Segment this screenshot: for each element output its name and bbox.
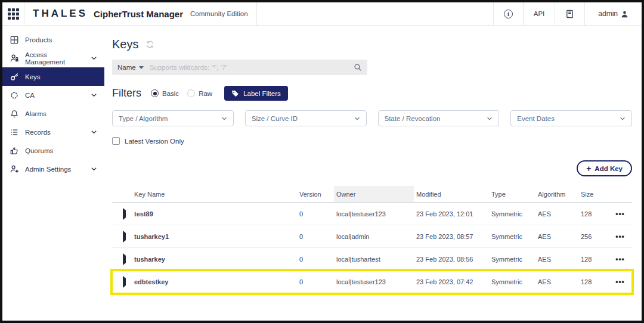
cell-version: 0	[297, 278, 334, 285]
label-filters-button[interactable]: Label Filters	[224, 86, 288, 101]
expand-caret-icon[interactable]	[123, 253, 126, 265]
add-key-button[interactable]: + Add Key	[577, 160, 632, 176]
plus-icon: +	[586, 164, 591, 173]
user-lock-icon	[10, 54, 19, 63]
table-row-highlighted[interactable]: edbtestkey 0 local|testuser123 23 Feb 20…	[112, 271, 632, 293]
cell-key-name[interactable]: test89	[132, 210, 297, 218]
sidebar-item-access-management[interactable]: Access Management	[2, 49, 104, 67]
cell-key-name[interactable]: edbtestkey	[132, 278, 297, 285]
thumbs-up-icon	[10, 146, 19, 156]
radio-unselected-icon	[187, 89, 195, 97]
dropdown-size-curve-id[interactable]: Size / Curve ID	[245, 110, 367, 126]
sidebar-item-quorums[interactable]: Quorums	[2, 141, 104, 160]
dropdown-event-dates[interactable]: Event Dates	[510, 110, 632, 126]
sidebar-item-label: Alarms	[25, 110, 97, 117]
checkbox-icon	[112, 137, 120, 145]
search-input[interactable]	[150, 64, 354, 71]
dropdown-state-revocation[interactable]: State / Revocation	[378, 110, 500, 126]
table-header-row: Key Name Version Owner Modified Type Alg…	[112, 186, 632, 203]
cell-owner: local|tushartest	[334, 256, 414, 263]
col-algorithm[interactable]: Algorithm	[535, 191, 578, 198]
row-actions-menu-icon[interactable]	[608, 255, 632, 263]
user-menu[interactable]: admin	[584, 2, 642, 25]
latest-version-checkbox[interactable]: Latest Version Only	[112, 137, 632, 145]
filter-radio-basic[interactable]: Basic	[151, 89, 179, 97]
top-header: THALES CipherTrust Manager Community Edi…	[2, 2, 642, 26]
sidebar-item-admin-settings[interactable]: Admin Settings	[2, 160, 104, 178]
sidebar-item-label: CA	[25, 92, 85, 99]
latest-version-label: Latest Version Only	[125, 138, 184, 145]
chevron-down-icon	[354, 116, 360, 122]
col-version[interactable]: Version	[297, 191, 334, 198]
sidebar-item-keys[interactable]: Keys	[2, 67, 104, 86]
cell-owner: local|testuser123	[334, 210, 414, 218]
label-filters-text: Label Filters	[243, 90, 281, 97]
sidebar-item-label: Quorums	[25, 147, 97, 154]
sidebar-item-label: Records	[25, 129, 85, 136]
cell-owner: local|admin	[334, 233, 414, 240]
chevron-down-icon	[91, 129, 97, 135]
cell-algorithm: AES	[535, 278, 578, 285]
expand-caret-icon[interactable]	[123, 208, 126, 220]
header-spacer	[257, 2, 493, 25]
cell-type: Symmetric	[489, 278, 535, 285]
search-field-selector[interactable]: Name	[117, 64, 150, 71]
table-row[interactable]: test89 0 local|testuser123 23 Feb 2023, …	[112, 203, 632, 225]
book-icon	[565, 10, 574, 18]
col-key-name[interactable]: Key Name	[132, 191, 297, 198]
row-actions-menu-icon[interactable]	[608, 210, 632, 218]
refresh-button[interactable]	[145, 40, 154, 49]
brand-area: THALES CipherTrust Manager Community Edi…	[24, 2, 257, 25]
table-row[interactable]: tusharkey1 0 local|admin 23 Feb 2023, 08…	[112, 225, 632, 248]
row-actions-menu-icon[interactable]	[608, 232, 632, 241]
col-size[interactable]: Size	[578, 191, 608, 198]
sidebar-item-records[interactable]: Records	[2, 123, 104, 141]
dropdown-label: State / Revocation	[385, 115, 441, 122]
sidebar-item-label: Admin Settings	[25, 166, 85, 173]
cell-modified: 23 Feb 2023, 07:42	[414, 278, 489, 285]
chevron-down-icon	[620, 116, 626, 122]
cell-modified: 23 Feb 2023, 08:57	[414, 233, 489, 240]
tag-icon	[231, 89, 239, 97]
cell-type: Symmetric	[489, 233, 535, 240]
cell-type: Symmetric	[489, 256, 535, 263]
search-icon[interactable]	[354, 63, 362, 72]
bell-icon	[10, 109, 19, 119]
sidebar-item-ca[interactable]: CA	[2, 86, 104, 104]
sidebar-item-label: Access Management	[25, 51, 85, 66]
chevron-down-icon	[91, 92, 97, 98]
filter-radio-raw[interactable]: Raw	[187, 89, 212, 97]
expand-caret-icon[interactable]	[123, 231, 126, 243]
cell-key-name[interactable]: tusharkey	[132, 256, 297, 263]
product-name: CipherTrust Manager	[94, 9, 183, 19]
col-type[interactable]: Type	[489, 191, 535, 198]
app-launcher-button[interactable]	[2, 2, 24, 25]
api-link[interactable]: API	[523, 2, 555, 25]
radio-raw-label: Raw	[199, 90, 212, 97]
expand-caret-icon[interactable]	[123, 276, 126, 288]
cell-size: 128	[578, 256, 608, 263]
sidebar-item-label: Keys	[25, 73, 97, 80]
docs-button[interactable]	[555, 2, 584, 25]
row-actions-menu-icon[interactable]	[608, 278, 632, 286]
sidebar-item-products[interactable]: Products	[2, 30, 104, 49]
col-modified[interactable]: Modified	[414, 191, 489, 198]
radio-basic-label: Basic	[162, 90, 179, 97]
radio-selected-icon	[151, 89, 159, 97]
cell-algorithm: AES	[535, 256, 578, 263]
cell-modified: 23 Feb 2023, 12:01	[414, 210, 489, 218]
filters-heading: Filters	[112, 87, 141, 100]
chevron-down-icon	[91, 166, 97, 172]
dropdown-label: Type / Algorithm	[119, 115, 168, 122]
chevron-down-icon	[487, 116, 493, 122]
info-button[interactable]: i	[493, 2, 523, 25]
search-bar: Name	[112, 60, 367, 75]
cell-algorithm: AES	[535, 210, 578, 218]
table-row[interactable]: tusharkey 0 local|tushartest 23 Feb 2023…	[112, 248, 632, 271]
filter-dropdowns: Type / Algorithm Size / Curve ID State /…	[112, 110, 632, 126]
col-owner[interactable]: Owner	[334, 186, 414, 202]
chevron-down-icon	[91, 55, 97, 61]
dropdown-type-algorithm[interactable]: Type / Algorithm	[112, 110, 234, 126]
sidebar-item-alarms[interactable]: Alarms	[2, 104, 104, 123]
cell-key-name[interactable]: tusharkey1	[132, 233, 297, 240]
